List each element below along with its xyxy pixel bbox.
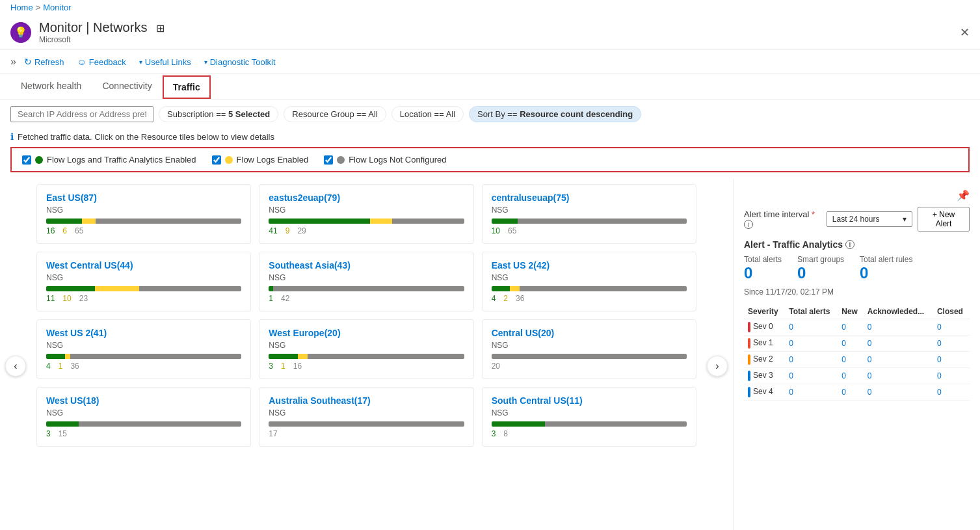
sev-closed: 0	[933, 352, 970, 368]
tile-0[interactable]: East US(87) NSG 16665	[36, 184, 251, 244]
location-filter[interactable]: Location == All	[391, 106, 464, 122]
tabs-container: Network health Connectivity Traffic	[0, 74, 980, 99]
tile-counts: 4236	[492, 294, 687, 303]
tile-subtitle: NSG	[46, 408, 241, 417]
sort-by-filter[interactable]: Sort By == Resource count descending	[469, 106, 641, 122]
close-icon[interactable]: ✕	[960, 25, 970, 40]
resource-group-filter[interactable]: Resource Group == All	[284, 106, 386, 122]
sev-label: Sev 2	[744, 352, 785, 368]
app-icon: 💡	[10, 22, 31, 43]
tile-count-gray: 42	[281, 294, 289, 303]
breadcrumb-current[interactable]: Monitor	[43, 3, 71, 12]
sev-closed: 0	[933, 384, 970, 401]
sev-new: 0	[838, 368, 864, 384]
refresh-button[interactable]: ↻ Refresh	[19, 54, 70, 70]
legend-dot-yellow	[225, 156, 233, 164]
tile-count-gray: 23	[79, 294, 88, 303]
nav-arrow-left[interactable]: ‹	[5, 356, 26, 377]
tile-bar	[46, 354, 241, 359]
tab-connectivity[interactable]: Connectivity	[92, 74, 162, 99]
tile-8[interactable]: Central US(20) NSG 20	[482, 319, 696, 379]
tile-title: South Central US(11)	[492, 395, 687, 406]
company-name: Microsoft	[39, 35, 165, 44]
tile-bar-green	[269, 219, 370, 224]
diagnostic-toolkit-button[interactable]: ▾ Diagnostic Toolkit	[199, 55, 281, 70]
sidebar-toggle-icon[interactable]: »	[10, 56, 16, 68]
tile-7[interactable]: West Europe(20) NSG 3116	[259, 319, 473, 379]
tile-bar	[492, 421, 687, 427]
useful-links-button[interactable]: ▾ Useful Links	[134, 55, 196, 70]
tile-3[interactable]: West Central US(44) NSG 111023	[36, 252, 251, 311]
tile-count-green: 3	[269, 362, 273, 371]
info-icon: ℹ	[10, 131, 14, 142]
sev-total: 0	[785, 319, 838, 336]
sev-ack: 0	[864, 368, 933, 384]
sev-closed: 0	[933, 319, 970, 336]
tile-counts: 16665	[46, 226, 241, 235]
alert-interval-info-icon[interactable]: i	[744, 220, 753, 229]
breadcrumb-home[interactable]: Home	[10, 3, 33, 12]
col-closed: Closed	[933, 304, 970, 319]
subscription-filter[interactable]: Subscription == 5 Selected	[159, 106, 278, 122]
tile-bar-gray	[518, 219, 687, 224]
tile-5[interactable]: East US 2(42) NSG 4236	[482, 252, 696, 311]
nav-arrow-right[interactable]: ›	[707, 356, 728, 377]
right-panel-pin-icon[interactable]: 📌	[957, 189, 970, 202]
tile-bar	[269, 354, 464, 359]
pin-icon[interactable]: ⊞	[156, 23, 165, 34]
tile-count-yellow: 10	[62, 294, 71, 303]
tile-subtitle: NSG	[492, 408, 687, 417]
alert-row-3: Sev 3 0 0 0 0	[744, 368, 970, 384]
new-alert-button[interactable]: + New Alert	[918, 207, 970, 232]
tile-title: East US 2(42)	[492, 260, 687, 271]
tile-2[interactable]: centraluseuap(75) NSG 1065	[482, 184, 696, 244]
tile-9[interactable]: West US(18) NSG 315	[36, 387, 251, 447]
sev-indicator	[748, 322, 750, 332]
tile-subtitle: NSG	[492, 273, 687, 282]
tile-count-gray: 65	[508, 226, 516, 235]
tile-4[interactable]: Southeast Asia(43) NSG 142	[259, 252, 473, 311]
main-content: ‹ East US(87) NSG 16665 eastus2euap(79) …	[0, 179, 980, 530]
tile-bar-yellow	[370, 219, 392, 224]
tile-count-yellow: 1	[59, 362, 63, 371]
info-message: Fetched traffic data. Click on the Resou…	[18, 132, 274, 142]
info-bar: ℹ Fetched traffic data. Click on the Res…	[0, 129, 980, 147]
legend-checkbox-flow-analytics[interactable]	[22, 155, 31, 165]
tile-counts: 1065	[492, 226, 687, 235]
tile-title: Central US(20)	[492, 328, 687, 338]
tile-bar	[269, 219, 464, 224]
tile-subtitle: NSG	[269, 205, 464, 215]
tile-title: East US(87)	[46, 192, 241, 203]
tile-count-gray: 65	[75, 226, 83, 235]
tile-count-green: 11	[46, 294, 55, 303]
tile-10[interactable]: Australia Southeast(17) NSG 17	[259, 387, 473, 447]
total-rules-metric: Total alert rules 0	[860, 255, 912, 282]
tile-1[interactable]: eastus2euap(79) NSG 41929	[259, 184, 473, 244]
tile-bar	[492, 354, 687, 359]
tile-count-green: 1	[269, 294, 273, 303]
feedback-button[interactable]: ☺ Feedback	[72, 54, 131, 70]
legend-item-flow-enabled: Flow Logs Enabled	[212, 155, 309, 165]
tile-bar-gray	[392, 219, 464, 224]
tab-network-health[interactable]: Network health	[10, 74, 92, 99]
tab-traffic[interactable]: Traffic	[163, 75, 211, 99]
sev-indicator	[748, 354, 750, 365]
tile-count-yellow: 1	[281, 362, 285, 371]
tile-6[interactable]: West US 2(41) NSG 4136	[36, 319, 251, 379]
alert-interval-select[interactable]: Last 24 hours ▾	[827, 211, 912, 227]
search-input[interactable]	[10, 106, 153, 122]
tile-count-gray: 20	[492, 362, 500, 371]
alert-title-info-icon[interactable]: i	[845, 240, 854, 249]
sev-label: Sev 1	[744, 336, 785, 352]
tile-title: West Central US(44)	[46, 260, 241, 271]
legend-checkbox-flow-enabled[interactable]	[212, 155, 221, 165]
sev-ack: 0	[864, 336, 933, 352]
tile-count-green: 41	[269, 226, 277, 235]
tile-count-gray: 36	[70, 362, 79, 371]
right-panel-pin: 📌	[744, 189, 970, 202]
alert-interval-row: Alert time interval * i Last 24 hours ▾ …	[744, 207, 970, 232]
tile-11[interactable]: South Central US(11) NSG 38	[482, 387, 696, 447]
legend-checkbox-flow-not-configured[interactable]	[324, 155, 333, 165]
tile-bar-gray	[269, 421, 464, 427]
sev-ack: 0	[864, 352, 933, 368]
